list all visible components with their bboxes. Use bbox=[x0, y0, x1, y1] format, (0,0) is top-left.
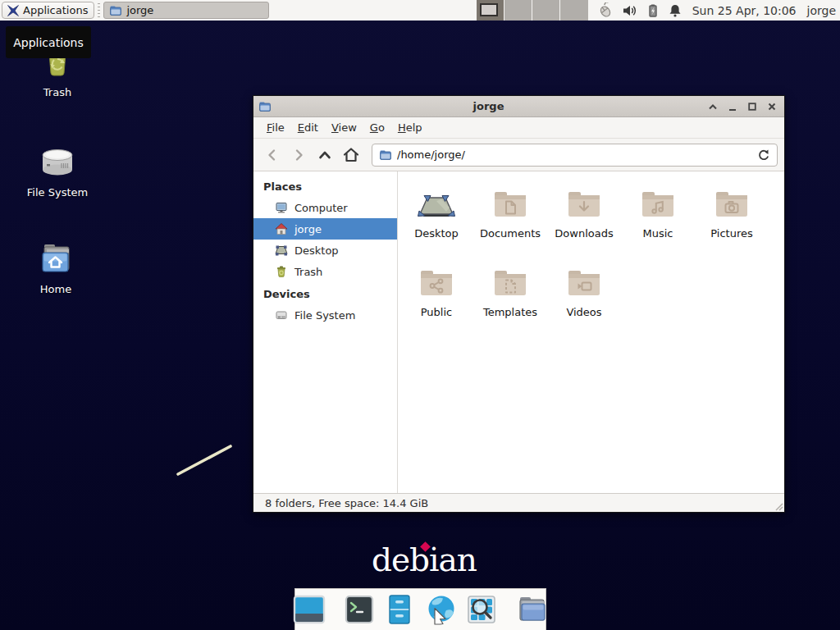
menu-go[interactable]: Go bbox=[363, 119, 391, 136]
file-item-documents[interactable]: Documents bbox=[473, 185, 547, 263]
file-manager-icon[interactable] bbox=[384, 594, 415, 625]
up-button[interactable] bbox=[313, 143, 337, 167]
file-item-public[interactable]: Public bbox=[399, 263, 473, 342]
desktop-icon-label: Home bbox=[40, 283, 71, 295]
menu-help[interactable]: Help bbox=[391, 119, 429, 136]
directory-icon[interactable] bbox=[515, 594, 548, 625]
application-finder-icon[interactable] bbox=[466, 594, 497, 625]
workspace-4[interactable] bbox=[560, 0, 588, 21]
web-browser-icon[interactable] bbox=[424, 594, 457, 625]
file-item-label: Pictures bbox=[710, 227, 752, 240]
trash-small-icon bbox=[275, 265, 288, 278]
workspace-1[interactable] bbox=[477, 0, 504, 21]
folder-templates-icon bbox=[491, 263, 530, 303]
menubar: File Edit View Go Help bbox=[253, 117, 784, 139]
sidebar-item-jorge[interactable]: jorge bbox=[253, 218, 397, 240]
menu-edit[interactable]: Edit bbox=[291, 119, 325, 136]
desktop-icon-file-system[interactable]: File System bbox=[18, 143, 97, 199]
tooltip-text: Applications bbox=[13, 36, 84, 49]
system-tray bbox=[598, 2, 682, 19]
menu-file[interactable]: File bbox=[260, 119, 291, 136]
file-item-label: Music bbox=[643, 227, 673, 240]
file-item-music[interactable]: Music bbox=[621, 185, 695, 263]
reload-icon[interactable] bbox=[757, 148, 770, 162]
username[interactable]: jorge bbox=[807, 4, 836, 17]
file-item-label: Downloads bbox=[555, 227, 613, 240]
sidebar-item-label: Computer bbox=[294, 202, 348, 214]
volume-icon[interactable] bbox=[622, 3, 638, 18]
top-panel: Applications jorge bbox=[0, 0, 840, 21]
sidebar-item-trash[interactable]: Trash bbox=[253, 261, 397, 282]
sidebar-header-devices: Devices bbox=[253, 282, 397, 304]
sidebar-item-label: Desktop bbox=[294, 244, 339, 257]
menu-view[interactable]: View bbox=[325, 119, 363, 136]
statusbar: 8 folders, Free space: 14.4 GiB bbox=[253, 493, 784, 512]
file-item-label: Public bbox=[421, 306, 452, 318]
sidebar-item-label: jorge bbox=[294, 223, 322, 235]
taskbar-window-label: jorge bbox=[126, 4, 153, 16]
folder-documents-icon bbox=[491, 185, 530, 224]
notifications-icon[interactable] bbox=[668, 3, 682, 18]
applications-menu-button[interactable]: Applications bbox=[2, 2, 94, 19]
file-item-label: Desktop bbox=[414, 227, 459, 240]
show-desktop-icon[interactable] bbox=[293, 594, 326, 625]
sidebar-item-desktop[interactable]: Desktop bbox=[253, 240, 397, 261]
file-item-videos[interactable]: Videos bbox=[547, 263, 621, 342]
folder-public-icon bbox=[417, 263, 456, 303]
terminal-icon[interactable] bbox=[344, 594, 375, 625]
titlebar[interactable]: jorge bbox=[253, 96, 784, 117]
file-item-downloads[interactable]: Downloads bbox=[547, 185, 621, 263]
battery-charging-icon[interactable] bbox=[646, 3, 660, 18]
desktop-artifact-line bbox=[172, 440, 240, 479]
xfce-menu-icon bbox=[7, 4, 20, 17]
window-title: jorge bbox=[272, 100, 705, 112]
desktop-icon-home[interactable]: Home bbox=[16, 240, 95, 295]
forward-button[interactable] bbox=[286, 143, 311, 167]
home-button[interactable] bbox=[339, 143, 363, 167]
file-item-label: Documents bbox=[480, 227, 541, 240]
workspace-2[interactable] bbox=[504, 0, 532, 21]
file-item-label: Videos bbox=[566, 306, 601, 318]
close-button[interactable] bbox=[765, 99, 779, 114]
user-home-icon bbox=[275, 222, 288, 235]
folder-music-icon bbox=[638, 185, 678, 224]
sidebar-header-places: Places bbox=[253, 175, 397, 197]
path-input[interactable] bbox=[397, 148, 752, 161]
clock[interactable]: Sun 25 Apr, 10:06 bbox=[692, 4, 797, 17]
folder-icon bbox=[109, 4, 122, 17]
sidebar-item-label: Trash bbox=[294, 266, 322, 278]
debian-logo: debian bbox=[372, 541, 477, 578]
workspace-pager[interactable] bbox=[477, 0, 588, 21]
folder-pictures-icon bbox=[712, 185, 751, 224]
user-desktop-icon bbox=[417, 185, 456, 224]
sidebar-item-computer[interactable]: Computer bbox=[253, 197, 397, 218]
panel-handle[interactable] bbox=[96, 3, 102, 17]
folder-downloads-icon bbox=[564, 185, 604, 224]
home-folder-icon bbox=[34, 240, 77, 279]
taskbar-window-button[interactable]: jorge bbox=[103, 2, 269, 19]
harddisk-icon bbox=[38, 143, 77, 182]
workspace-3[interactable] bbox=[532, 0, 560, 21]
sidebar-item-label: File System bbox=[294, 309, 355, 322]
file-item-templates[interactable]: Templates bbox=[473, 263, 547, 342]
back-button[interactable] bbox=[260, 143, 285, 167]
resize-grip[interactable] bbox=[774, 501, 783, 511]
file-item-pictures[interactable]: Pictures bbox=[695, 185, 769, 263]
desktop-icon-label: Trash bbox=[43, 86, 71, 98]
applications-menu-label: Applications bbox=[23, 4, 88, 16]
desktop-icon-label: File System bbox=[27, 186, 88, 199]
desktop-icon bbox=[275, 244, 288, 257]
shade-button[interactable] bbox=[705, 99, 720, 114]
file-manager-window: jorge File Edit View Go Help bbox=[253, 95, 785, 513]
sidebar: Places Computer jorge Desktop Trash Devi… bbox=[253, 171, 398, 493]
maximize-button[interactable] bbox=[745, 99, 760, 114]
folder-videos-icon bbox=[564, 263, 604, 303]
file-view[interactable]: Desktop Documents Downloads bbox=[398, 171, 784, 493]
statusbar-text: 8 folders, Free space: 14.4 GiB bbox=[265, 497, 428, 509]
path-bar[interactable] bbox=[372, 144, 778, 167]
file-item-desktop[interactable]: Desktop bbox=[399, 185, 473, 263]
sidebar-item-file-system[interactable]: File System bbox=[253, 304, 397, 326]
minimize-button[interactable] bbox=[725, 99, 740, 114]
input-mouse-icon[interactable] bbox=[598, 2, 614, 19]
applications-tooltip: Applications bbox=[6, 26, 91, 58]
